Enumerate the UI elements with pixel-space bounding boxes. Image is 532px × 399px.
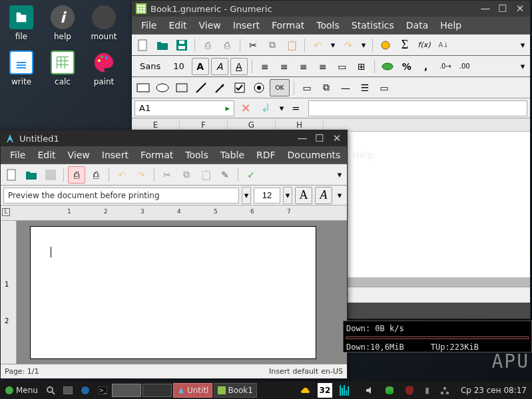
taskbar-item-gnumeric[interactable]: Book1 (214, 383, 257, 398)
font-family-dropdown[interactable]: ▾ (242, 187, 251, 204)
menu-format[interactable]: Format (266, 18, 310, 33)
desktop-icon-help[interactable]: i help (47, 5, 79, 41)
status-lang[interactable]: en-US (321, 367, 343, 376)
desktop-icon-mount[interactable]: mount (88, 5, 120, 41)
clock[interactable]: Ср 23 сен 08:17 (457, 386, 531, 395)
combo-control-icon[interactable]: ▭ (376, 79, 393, 96)
desktop-icon-calc[interactable]: calc (47, 51, 79, 86)
web-browser-launcher[interactable] (77, 383, 93, 398)
tray-weather-icon[interactable] (296, 383, 314, 398)
cancel-edit-icon[interactable]: ✕ (237, 100, 254, 117)
copy-icon[interactable]: ⧉ (178, 166, 195, 184)
checkbox-control-icon[interactable] (231, 79, 248, 96)
search-button[interactable] (43, 383, 59, 398)
frame-shape-icon[interactable] (173, 79, 190, 96)
maximize-button[interactable]: ☐ (314, 132, 326, 144)
menu-view[interactable]: View (194, 18, 226, 33)
arrow-shape-icon[interactable] (212, 79, 229, 96)
tray-network-icon[interactable] (437, 383, 453, 398)
slider-control-icon[interactable]: — (337, 79, 354, 96)
font-family-select[interactable]: Sans (134, 61, 166, 71)
menu-help[interactable]: Help (435, 18, 467, 33)
cut-icon[interactable]: ✂ (158, 166, 176, 184)
sort-icon[interactable]: A↓ (435, 37, 452, 54)
menu-file[interactable]: File (5, 148, 31, 162)
menu-format[interactable]: Format (135, 148, 178, 162)
cell-reference-input[interactable]: A1 ▸ (134, 100, 234, 116)
desktop-icon-write[interactable]: write (5, 51, 37, 86)
list-control-icon[interactable]: ☰ (356, 79, 374, 96)
decrease-decimal-icon[interactable]: .00 (456, 58, 473, 75)
toolbar-overflow[interactable]: ▾ (335, 166, 344, 184)
undo-icon[interactable]: ↶ (309, 37, 326, 54)
taskbar-item-abiword[interactable]: Untitl (173, 383, 212, 398)
menu-view[interactable]: View (63, 148, 95, 162)
menu-button[interactable]: Menu (1, 383, 41, 398)
thousands-icon[interactable]: , (417, 58, 435, 75)
hyperlink-icon[interactable] (377, 37, 394, 54)
menu-tools[interactable]: Tools (180, 148, 214, 162)
undo-icon[interactable]: ↶ (113, 166, 131, 184)
menu-documents[interactable]: Documents (282, 148, 346, 162)
undo-dropdown[interactable]: ▾ (328, 37, 338, 54)
new-file-icon[interactable] (3, 166, 21, 184)
cut-icon[interactable]: ✂ (244, 37, 262, 54)
menu-insert[interactable]: Insert (97, 148, 134, 162)
paste-icon[interactable]: 📋 (283, 37, 300, 54)
copy-icon[interactable]: ⧉ (264, 37, 281, 54)
font-family-select[interactable]: Preview the document before printing (3, 188, 239, 203)
spellcheck-icon[interactable]: ✓ (242, 166, 260, 184)
redo-icon[interactable]: ↷ (340, 37, 357, 54)
workspace-1[interactable] (112, 384, 141, 397)
desktop-icon-paint[interactable]: paint (88, 51, 120, 86)
maximize-button[interactable]: ☐ (497, 3, 509, 15)
formula-input[interactable] (308, 100, 527, 116)
desktop-icon-file[interactable]: file (5, 5, 37, 41)
redo-dropdown[interactable]: ▾ (359, 37, 368, 54)
bold-icon[interactable]: A (192, 58, 209, 75)
toolbar-overflow[interactable]: ▾ (518, 37, 527, 54)
ellipse-shape-icon[interactable] (154, 79, 171, 96)
vertical-ruler[interactable]: 1 2 (1, 221, 17, 364)
save-icon[interactable] (42, 166, 59, 184)
goto-icon[interactable]: ▸ (225, 103, 230, 113)
sum-icon[interactable]: Σ (396, 37, 413, 54)
close-button[interactable]: ✕ (514, 3, 526, 15)
font-size-input[interactable] (254, 188, 280, 203)
status-style[interactable]: default (293, 367, 319, 376)
button-control-icon[interactable]: OK (270, 79, 290, 96)
spinbutton-control-icon[interactable]: ⧉ (318, 79, 335, 96)
font-size-select[interactable]: 10 (168, 61, 190, 71)
italic-icon[interactable]: A (315, 187, 332, 204)
increase-decimal-icon[interactable]: .0→ (437, 58, 454, 75)
minimize-button[interactable]: — (296, 132, 308, 144)
tray-cpu-monitor-icon[interactable] (336, 383, 358, 398)
new-file-icon[interactable] (134, 37, 152, 54)
formula-dropdown[interactable]: ▾ (277, 100, 286, 117)
rectangle-shape-icon[interactable] (134, 79, 152, 96)
minimize-button[interactable]: — (479, 3, 491, 15)
scrollbar-control-icon[interactable]: ▭ (298, 79, 316, 96)
menu-table[interactable]: Table (215, 148, 250, 162)
split-cells-icon[interactable]: ⊞ (353, 58, 370, 75)
abiword-titlebar[interactable]: Untitled1 — ☐ ✕ (1, 130, 347, 146)
tray-volume-icon[interactable] (362, 383, 378, 398)
currency-icon[interactable] (379, 58, 396, 75)
function-icon[interactable]: f(x) (415, 37, 433, 54)
toolbar-overflow-2[interactable]: ▾ (335, 187, 344, 204)
toolbar-overflow-2[interactable]: ▾ (518, 58, 527, 75)
menu-insert[interactable]: Insert (228, 18, 265, 33)
menu-help[interactable]: Help (347, 148, 379, 162)
underline-icon[interactable]: A (230, 58, 248, 75)
align-left-icon[interactable]: ≡ (256, 58, 274, 75)
workspace-2[interactable] (142, 384, 172, 397)
tray-battery-icon[interactable]: ▮ (421, 383, 433, 398)
menu-statistics[interactable]: Statistics (346, 18, 399, 33)
status-insert-mode[interactable]: Insert (269, 367, 290, 376)
menu-file[interactable]: File (136, 18, 162, 33)
print-icon[interactable]: ⎙ (87, 166, 105, 184)
gnumeric-titlebar[interactable]: Book1.gnumeric - Gnumeric — ☐ ✕ (132, 1, 530, 17)
percent-icon[interactable]: % (398, 58, 415, 75)
menu-edit[interactable]: Edit (163, 18, 192, 33)
format-painter-icon[interactable]: ✎ (216, 166, 234, 184)
